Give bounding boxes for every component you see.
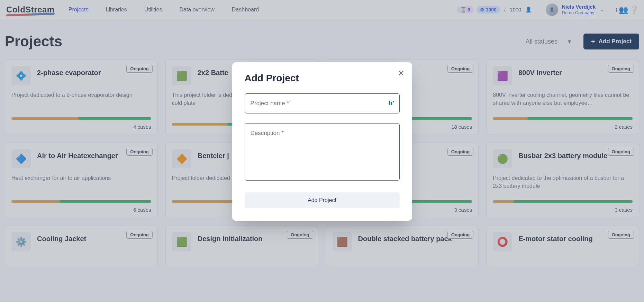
svg-rect-1 [391, 102, 392, 105]
modal-overlay[interactable]: Add Project ✕ Project name * Description… [0, 0, 644, 302]
field-icon [389, 100, 394, 107]
project-desc-input[interactable] [245, 123, 399, 179]
svg-rect-0 [389, 101, 390, 105]
project-name-field: Project name * [245, 93, 400, 113]
project-name-input[interactable] [245, 94, 399, 113]
modal-close-button[interactable]: ✕ [398, 68, 405, 78]
modal-submit-label: Add Project [308, 197, 336, 203]
svg-rect-2 [393, 101, 394, 102]
add-project-modal: Add Project ✕ Project name * Description… [232, 62, 412, 221]
project-desc-field: Description * [245, 123, 400, 181]
modal-submit-button[interactable]: Add Project [245, 192, 400, 208]
modal-title: Add Project [245, 73, 400, 84]
close-icon: ✕ [398, 68, 405, 78]
